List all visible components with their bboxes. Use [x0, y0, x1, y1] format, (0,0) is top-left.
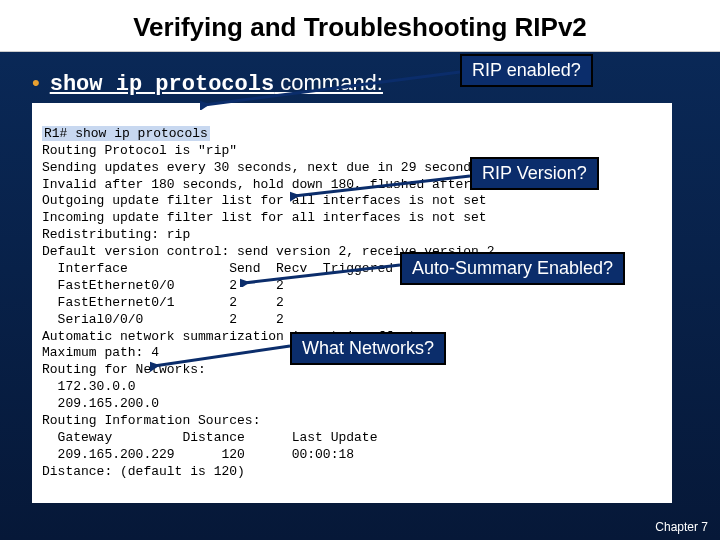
svg-line-0 [204, 72, 460, 105]
svg-line-1 [294, 176, 470, 196]
callout-rip-version: RIP Version? [470, 157, 599, 190]
terminal-line: 172.30.0.0 [42, 379, 136, 394]
terminal-line: Routing Protocol is "rip" [42, 143, 237, 158]
terminal-line: Gateway Distance Last Update [42, 430, 377, 445]
arrow-icon [290, 172, 475, 202]
callout-rip-enabled: RIP enabled? [460, 54, 593, 87]
callout-what-networks: What Networks? [290, 332, 446, 365]
callout-auto-summary: Auto-Summary Enabled? [400, 252, 625, 285]
arrow-icon [240, 257, 405, 287]
terminal-line: 209.165.200.229 120 00:00:18 [42, 447, 354, 462]
terminal-line: Redistributing: rip [42, 227, 190, 242]
svg-line-2 [244, 265, 400, 283]
terminal-line: 209.165.200.0 [42, 396, 159, 411]
terminal-line: Maximum path: 4 [42, 345, 159, 360]
bullet-icon: • [32, 70, 40, 96]
terminal-line: Incoming update filter list for all inte… [42, 210, 487, 225]
terminal-line: Serial0/0/0 2 2 [42, 312, 284, 327]
svg-line-3 [154, 346, 290, 366]
terminal-line: Distance: (default is 120) [42, 464, 245, 479]
content-area: • show ip protocols command: R1# show ip… [0, 52, 720, 513]
arrow-icon [200, 70, 462, 110]
terminal-line: Routing Information Sources: [42, 413, 260, 428]
terminal-line: FastEthernet0/1 2 2 [42, 295, 284, 310]
terminal-prompt: R1# show ip protocols [42, 126, 210, 141]
arrow-icon [150, 342, 295, 372]
footer-chapter: Chapter 7 [655, 520, 708, 534]
slide-title: Verifying and Troubleshooting RIPv2 [0, 0, 720, 52]
